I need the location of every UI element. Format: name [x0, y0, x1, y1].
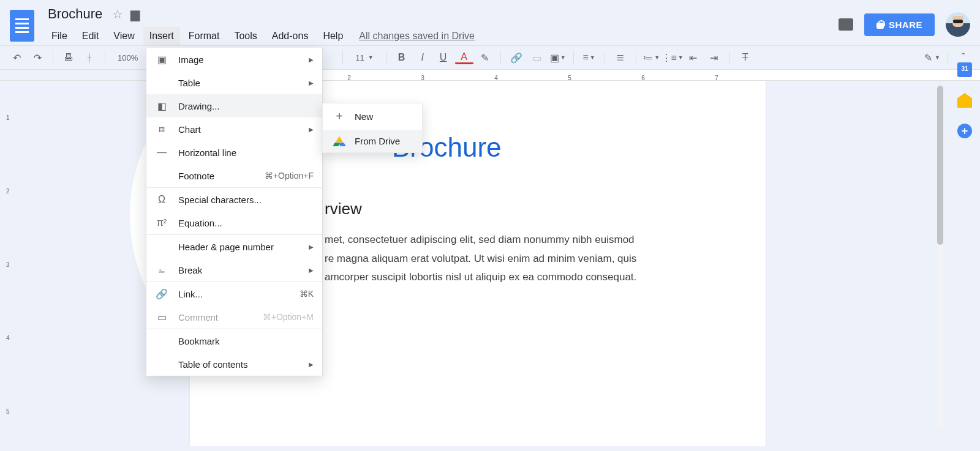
font-size-select[interactable]: 11 ▼	[349, 51, 379, 65]
menu-tools[interactable]: Tools	[228, 27, 263, 45]
add-app-icon[interactable]: +	[957, 124, 972, 138]
bulleted-list-button[interactable]: ⋮≡▼	[663, 49, 682, 66]
drawing-submenu: + New From Drive	[322, 103, 423, 153]
italic-button[interactable]: I	[413, 49, 432, 66]
drive-icon	[333, 136, 346, 146]
insert-link[interactable]: 🔗 Link... ⌘K	[146, 282, 322, 305]
menu-view[interactable]: View	[107, 27, 140, 45]
chevron-right-icon: ▶	[309, 244, 314, 250]
chevron-right-icon: ▶	[309, 267, 314, 274]
clear-formatting-button[interactable]: T	[736, 49, 755, 66]
pi-icon: π²	[155, 217, 168, 229]
insert-bookmark[interactable]: Bookmark	[146, 329, 322, 352]
numbered-list-button[interactable]: ≔▼	[643, 49, 661, 66]
insert-image-button[interactable]: ▣▼	[549, 49, 567, 66]
vertical-scrollbar[interactable]	[937, 86, 943, 428]
menu-insert[interactable]: Insert	[143, 27, 180, 45]
share-label: SHARE	[889, 20, 922, 30]
underline-button[interactable]: U	[434, 49, 453, 66]
insert-comment-button[interactable]: ▭	[528, 49, 546, 66]
scroll-thumb[interactable]	[937, 86, 943, 245]
chevron-right-icon: ▶	[309, 80, 314, 86]
insert-header-page-number[interactable]: Header & page number ▶	[146, 235, 322, 258]
insert-comment: ▭ Comment ⌘+Option+M	[146, 305, 322, 329]
align-button[interactable]: ≡▼	[580, 49, 598, 66]
app-header: Brochure ☆ ▆ File Edit View Insert Forma…	[0, 0, 980, 45]
paint-format-button[interactable]: ⟊	[80, 49, 99, 66]
outdent-button[interactable]: ⇤	[684, 49, 703, 66]
zoom-select[interactable]: 100%	[111, 51, 144, 65]
document-title[interactable]: Brochure	[45, 5, 105, 23]
side-panel: +	[949, 50, 980, 138]
indent-button[interactable]: ⇥	[705, 49, 723, 66]
lock-icon	[876, 20, 884, 29]
insert-drawing[interactable]: ◧ Drawing...	[146, 94, 322, 117]
docs-logo-icon[interactable]	[10, 10, 34, 42]
insert-link-button[interactable]: 🔗	[507, 49, 526, 66]
chevron-right-icon: ▶	[309, 56, 314, 63]
share-button[interactable]: SHARE	[864, 13, 935, 36]
drawing-new[interactable]: + New	[323, 103, 422, 130]
print-button[interactable]: 🖶	[59, 49, 78, 66]
omega-icon: Ω	[155, 193, 168, 206]
chevron-down-icon: ▼	[368, 54, 374, 61]
chart-icon: ⧈	[155, 123, 168, 135]
comments-icon[interactable]	[839, 18, 853, 31]
menubar: File Edit View Insert Format Tools Add-o…	[45, 27, 839, 45]
plus-icon: +	[333, 110, 346, 124]
star-icon[interactable]: ☆	[112, 7, 123, 21]
menu-format[interactable]: Format	[183, 27, 226, 45]
drawing-icon: ◧	[155, 100, 168, 112]
insert-break[interactable]: ⎁ Break ▶	[146, 258, 322, 281]
insert-dropdown: ▣ Image ▶ Table ▶ ◧ Drawing... ⧈ Chart ▶…	[146, 48, 323, 376]
folder-icon[interactable]: ▆	[130, 7, 140, 21]
insert-table[interactable]: Table ▶	[146, 71, 322, 94]
image-icon: ▣	[155, 53, 168, 65]
drawing-from-drive[interactable]: From Drive	[323, 130, 422, 152]
menu-help[interactable]: Help	[317, 27, 349, 45]
undo-button[interactable]: ↶	[7, 49, 26, 66]
insert-toc[interactable]: Table of contents ▶	[146, 352, 322, 376]
highlight-button[interactable]: ✎	[476, 49, 494, 66]
line-spacing-button[interactable]: ≣	[611, 49, 630, 66]
chevron-right-icon: ▶	[309, 361, 314, 368]
chevron-right-icon: ▶	[309, 126, 314, 133]
menu-file[interactable]: File	[45, 27, 74, 45]
comment-icon: ▭	[155, 311, 168, 323]
insert-footnote[interactable]: Footnote ⌘+Option+F	[146, 164, 322, 187]
insert-chart[interactable]: ⧈ Chart ▶	[146, 117, 322, 141]
save-status[interactable]: All changes saved in Drive	[352, 27, 482, 45]
menu-addons[interactable]: Add-ons	[266, 27, 315, 45]
bold-button[interactable]: B	[393, 49, 411, 66]
redo-button[interactable]: ↷	[28, 49, 47, 66]
keep-icon[interactable]	[957, 93, 972, 108]
insert-equation[interactable]: π² Equation...	[146, 211, 322, 234]
user-avatar[interactable]	[946, 12, 970, 37]
insert-image[interactable]: ▣ Image ▶	[146, 48, 322, 71]
insert-special-chars[interactable]: Ω Special characters...	[146, 188, 322, 211]
hr-icon: —	[155, 146, 168, 158]
menu-edit[interactable]: Edit	[76, 27, 105, 45]
vertical-ruler[interactable]: 1 2 3 4 5	[0, 81, 20, 446]
calendar-icon[interactable]	[957, 62, 972, 77]
text-color-button[interactable]: A	[455, 51, 473, 64]
insert-horizontal-line[interactable]: — Horizontal line	[146, 141, 322, 164]
editing-mode-button[interactable]: ✎▼	[923, 49, 941, 66]
link-icon: 🔗	[155, 288, 168, 300]
break-icon: ⎁	[155, 264, 168, 276]
